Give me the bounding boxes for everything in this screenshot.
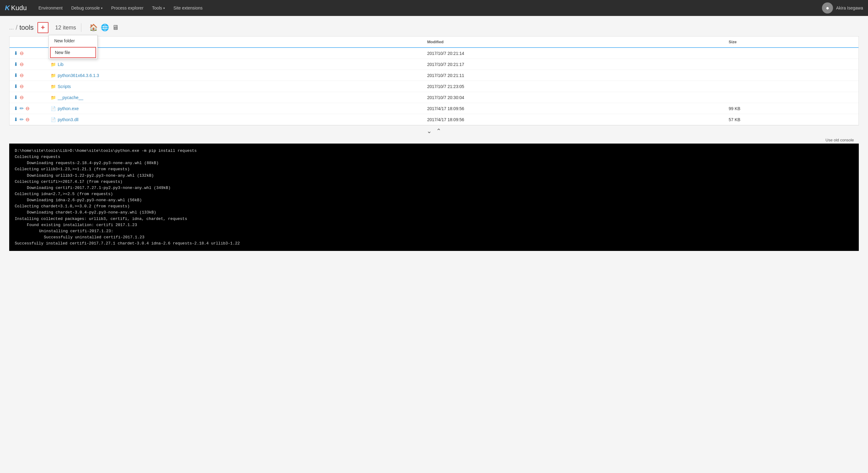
download-icon[interactable]: ⬇ [14, 116, 18, 123]
console-line: Downloading certifi-2017.7.27.1-py2.py3-… [15, 185, 853, 191]
table-row: ⬇⊖📁__pycache__2017/10/7 20:30:04 [9, 92, 859, 103]
file-link[interactable]: Lib [58, 62, 64, 67]
table-row: ⬇⊖📁Lib2017/10/7 20:21:17 [9, 59, 859, 70]
globe-icon[interactable]: 🌐 [101, 24, 109, 32]
cell-actions: ⬇⊖ [9, 81, 46, 92]
cell-modified: 2017/10/7 21:23:05 [423, 81, 724, 92]
download-icon[interactable]: ⬇ [14, 83, 18, 89]
console-line: Downloading urllib3-1.22-py2.py3-none-an… [15, 173, 853, 179]
delete-icon[interactable]: ⊖ [26, 105, 29, 111]
navbar: KKudu Environment Debug console ▾ Proces… [0, 0, 868, 16]
toolbar-icons: 🏠 🌐 🖥 [89, 24, 119, 32]
tools-arrow-icon: ▾ [163, 6, 165, 10]
table-row: ⬇✏⊖📄python.exe2017/4/17 18:09:5699 KB [9, 103, 859, 114]
divider [81, 23, 81, 32]
nav-debug-console[interactable]: Debug console ▾ [67, 0, 107, 16]
console-line: Successfully installed certifi-2017.7.27… [15, 240, 853, 247]
console-line: Downloading requests-2.18.4-py2.py3-none… [15, 160, 853, 166]
brand-k-icon: K [5, 4, 10, 12]
server-icon[interactable]: 🖥 [112, 24, 119, 32]
folder-icon: 📁 [51, 73, 56, 78]
cell-name: 📁Scripts [46, 81, 423, 92]
download-icon[interactable]: ⬇ [14, 50, 18, 56]
nav-process-explorer[interactable]: Process explorer [107, 0, 148, 16]
navbar-right: ● Akira Isegawa [822, 2, 863, 13]
file-table: Name Modified Size ⬇⊖📁DLLs2017/10/7 20:2… [9, 36, 859, 125]
file-link[interactable]: __pycache__ [58, 95, 83, 100]
breadcrumb-ellipsis[interactable]: ... [9, 25, 14, 31]
cell-name: 📁DLLs [46, 47, 423, 59]
cell-size [724, 92, 859, 103]
file-link[interactable]: python3.dll [58, 117, 79, 122]
table-row: ⬇⊖📁DLLs2017/10/7 20:21:14 [9, 47, 859, 59]
cell-name: 📁python361x64.3.6.1.3 [46, 70, 423, 81]
cell-actions: ⬇⊖ [9, 92, 46, 103]
cell-actions: ⬇⊖ [9, 47, 46, 59]
nav-tools[interactable]: Tools ▾ [148, 0, 169, 16]
table-row: ⬇⊖📁Scripts2017/10/7 21:23:05 [9, 81, 859, 92]
cell-name: 📄python3.dll [46, 114, 423, 125]
brand-logo[interactable]: KKudu [5, 4, 27, 12]
console-line: Downloading idna-2.6-py2.py3-none-any.wh… [15, 197, 853, 203]
add-dropdown-menu: New folder New file [49, 35, 98, 59]
edit-icon[interactable]: ✏ [20, 105, 24, 111]
collapse-icon[interactable]: ⌄ [427, 127, 432, 135]
cell-size: 99 KB [724, 103, 859, 114]
cell-actions: ⬇✏⊖ [9, 114, 46, 125]
nav-environment[interactable]: Environment [34, 0, 67, 16]
cell-modified: 2017/4/17 18:09:56 [423, 103, 724, 114]
console-line: Collecting idna<2.7,>=2.5 (from requests… [15, 191, 853, 197]
user-name: Akira Isegawa [836, 5, 863, 10]
folder-icon: 📁 [51, 62, 56, 67]
cell-size [724, 47, 859, 59]
cell-actions: ⬇✏⊖ [9, 103, 46, 114]
delete-icon[interactable]: ⊖ [20, 83, 24, 89]
table-row: ⬇⊖📁python361x64.3.6.1.32017/10/7 20:21:1… [9, 70, 859, 81]
delete-icon[interactable]: ⊖ [20, 72, 24, 78]
nav-site-extensions[interactable]: Site extensions [169, 0, 207, 16]
cell-name: 📁Lib [46, 59, 423, 70]
debug-console-arrow-icon: ▾ [101, 6, 102, 10]
cell-name: 📄python.exe [46, 103, 423, 114]
file-icon: 📄 [51, 117, 56, 122]
splitter[interactable]: ⌄ ⌃ [9, 126, 859, 136]
add-button-container: + New folder New file [37, 22, 49, 33]
delete-icon[interactable]: ⊖ [20, 61, 24, 67]
file-link[interactable]: Scripts [58, 84, 71, 89]
new-file-item[interactable]: New file [50, 47, 96, 58]
console-line: D:\home\site\tools\Lib>D:\home\site\tool… [15, 148, 853, 154]
download-icon[interactable]: ⬇ [14, 95, 18, 100]
file-link[interactable]: python.exe [58, 106, 79, 111]
cell-modified: 2017/10/7 20:30:04 [423, 92, 724, 103]
file-table-wrap: Name Modified Size ⬇⊖📁DLLs2017/10/7 20:2… [9, 36, 859, 126]
console-line: Collecting chardet<3.1.0,>=3.0.2 (from r… [15, 203, 853, 209]
main-content: ... / tools + New folder New file 12 ite… [0, 16, 868, 251]
download-icon[interactable]: ⬇ [14, 61, 18, 67]
cell-actions: ⬇⊖ [9, 70, 46, 81]
home-icon[interactable]: 🏠 [89, 24, 98, 32]
col-modified: Modified [423, 36, 724, 47]
edit-icon[interactable]: ✏ [20, 116, 24, 123]
download-icon[interactable]: ⬇ [14, 105, 18, 111]
delete-icon[interactable]: ⊖ [20, 95, 24, 100]
cell-size [724, 59, 859, 70]
delete-icon[interactable]: ⊖ [26, 116, 29, 123]
cell-name: 📁__pycache__ [46, 92, 423, 103]
brand-name: Kudu [11, 4, 27, 12]
new-folder-item[interactable]: New folder [49, 35, 97, 46]
console-line: Collecting certifi>=2017.4.17 (from requ… [15, 179, 853, 185]
use-old-console-link[interactable]: Use old console [826, 138, 854, 142]
console-line: Collecting requests [15, 154, 853, 160]
cell-size [724, 70, 859, 81]
col-size: Size [724, 36, 859, 47]
breadcrumb-sep: / [16, 24, 18, 32]
add-button[interactable]: + [37, 22, 49, 33]
download-icon[interactable]: ⬇ [14, 72, 18, 78]
expand-icon[interactable]: ⌃ [436, 127, 441, 135]
delete-icon[interactable]: ⊖ [20, 50, 24, 56]
console-output: D:\home\site\tools\Lib>D:\home\site\tool… [9, 143, 859, 251]
item-count: 12 items [55, 25, 76, 31]
file-link[interactable]: python361x64.3.6.1.3 [58, 73, 99, 78]
toolbar-row: ... / tools + New folder New file 12 ite… [9, 22, 859, 33]
cell-size: 57 KB [724, 114, 859, 125]
